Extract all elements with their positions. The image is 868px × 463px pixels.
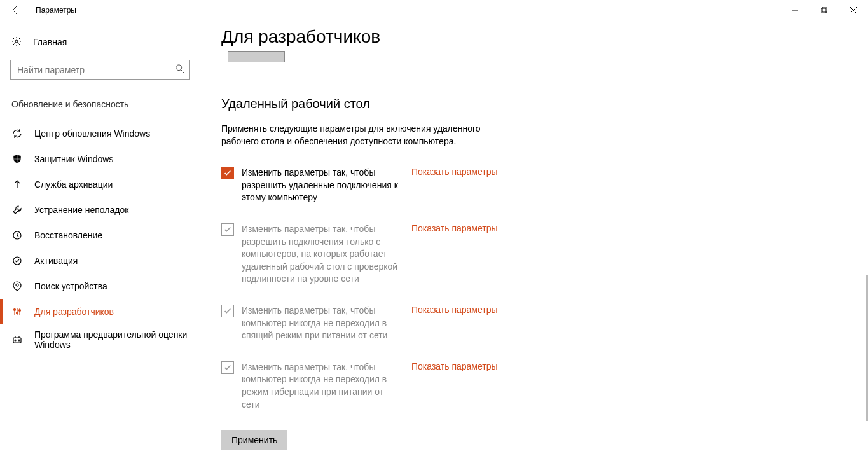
checkbox-nla (221, 223, 234, 236)
sidebar-nav: Центр обновления Windows Защитник Window… (10, 121, 193, 355)
maximize-button[interactable] (809, 0, 839, 20)
shield-icon (11, 154, 23, 164)
sidebar-home-label: Главная (33, 37, 67, 47)
sidebar-item-label: Служба архивации (34, 179, 113, 190)
main-content: Для разработчиков Применить Удаленный ра… (203, 20, 868, 463)
svg-rect-2 (822, 7, 827, 12)
scrollbar[interactable] (864, 20, 868, 463)
update-icon (11, 128, 23, 139)
sidebar-item-label: Активация (34, 256, 78, 266)
option-row: Изменить параметры так, чтобы компьютер … (221, 305, 730, 342)
svg-point-19 (15, 340, 16, 341)
developers-icon (11, 307, 23, 317)
svg-point-15 (14, 309, 16, 311)
sidebar-item-defender[interactable]: Защитник Windows (10, 146, 193, 172)
svg-point-20 (18, 340, 20, 341)
sidebar-item-label: Восстановление (34, 230, 102, 240)
sidebar-item-find-device[interactable]: Поиск устройства (10, 273, 193, 299)
window-controls (780, 0, 868, 20)
section-title: Удаленный рабочий стол (221, 97, 843, 111)
sidebar-home[interactable]: Главная (10, 29, 193, 55)
sidebar-category: Обновление и безопасность (10, 99, 193, 109)
option-row: Изменить параметры так, чтобы разрешить … (221, 223, 730, 286)
sidebar-item-recovery[interactable]: Восстановление (10, 223, 193, 248)
option-row: Изменить параметры так, чтобы компьютер … (221, 361, 730, 411)
option-row: Изменить параметры так, чтобы разрешить … (221, 167, 730, 204)
svg-point-16 (17, 312, 18, 314)
svg-line-7 (181, 70, 184, 73)
sidebar-item-label: Программа предварительной оценки Windows (34, 329, 192, 350)
sidebar-item-label: Защитник Windows (34, 154, 113, 164)
sidebar-item-insider[interactable]: Программа предварительной оценки Windows (10, 324, 193, 355)
sidebar: Главная Обновление и безопасность Центр … (0, 20, 203, 463)
sidebar-item-label: Центр обновления Windows (34, 128, 150, 139)
section-description: Применять следующие параметры для включе… (221, 123, 501, 148)
svg-point-6 (176, 65, 182, 71)
svg-point-11 (16, 284, 18, 286)
option-label: Изменить параметры так, чтобы компьютер … (242, 305, 404, 342)
gear-icon (11, 36, 22, 48)
wrench-icon (11, 205, 23, 215)
sidebar-item-troubleshoot[interactable]: Устранение неполадок (10, 197, 193, 223)
search-input[interactable] (10, 60, 190, 80)
option-label: Изменить параметры так, чтобы разрешить … (242, 223, 404, 286)
activation-icon (11, 256, 23, 266)
checkbox-remote-connections[interactable] (221, 167, 234, 179)
recovery-icon (11, 230, 23, 240)
sidebar-item-developers[interactable]: Для разработчиков (10, 299, 193, 324)
titlebar: Параметры (0, 0, 868, 20)
show-settings-link[interactable]: Показать параметры (411, 305, 498, 315)
checkbox-no-sleep (221, 305, 234, 317)
search-box[interactable] (10, 60, 193, 80)
option-label: Изменить параметры так, чтобы разрешить … (242, 167, 404, 204)
search-icon (176, 64, 184, 76)
svg-point-17 (19, 310, 21, 312)
sidebar-item-activation[interactable]: Активация (10, 248, 193, 273)
close-button[interactable] (839, 0, 868, 20)
show-settings-link[interactable]: Показать параметры (411, 167, 498, 177)
svg-point-5 (15, 40, 18, 43)
sidebar-item-label: Для разработчиков (34, 307, 114, 317)
find-device-icon (11, 281, 23, 291)
show-settings-link[interactable]: Показать параметры (411, 361, 498, 371)
sidebar-item-label: Устранение неполадок (34, 205, 128, 215)
backup-icon (11, 179, 23, 190)
insider-icon (11, 335, 23, 345)
option-label: Изменить параметры так, чтобы компьютер … (242, 361, 404, 411)
checkbox-no-hibernate (221, 361, 234, 374)
minimize-button[interactable] (780, 0, 809, 20)
cutoff-apply-button[interactable]: Применить (228, 51, 285, 62)
svg-point-10 (13, 257, 21, 265)
svg-rect-1 (821, 8, 826, 13)
sidebar-item-windows-update[interactable]: Центр обновления Windows (10, 121, 193, 146)
sidebar-item-backup[interactable]: Служба архивации (10, 172, 193, 197)
back-button[interactable] (8, 3, 23, 18)
sidebar-item-label: Поиск устройства (34, 281, 107, 291)
apply-button[interactable]: Применить (221, 430, 287, 450)
page-title: Для разработчиков (221, 27, 843, 47)
show-settings-link[interactable]: Показать параметры (411, 223, 498, 233)
window-title: Параметры (36, 6, 76, 15)
